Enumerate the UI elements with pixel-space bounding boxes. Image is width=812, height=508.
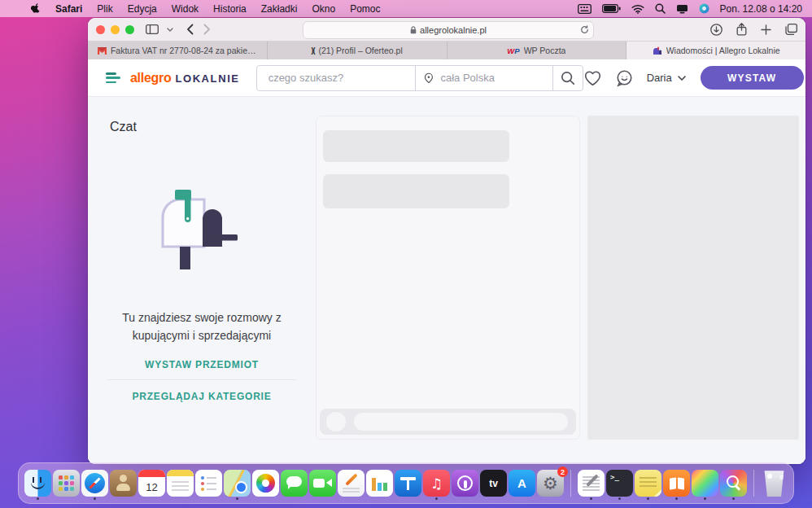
address-bar[interactable]: allegrolokalnie.pl — [303, 21, 594, 39]
dock-icon-calendar[interactable]: 12 — [138, 470, 165, 497]
dock-icon-books[interactable] — [663, 470, 690, 497]
tv-icon: tv — [480, 470, 507, 497]
dock-icon-music[interactable] — [423, 470, 450, 497]
dock-icon-stickies[interactable] — [635, 470, 661, 497]
dock-icon-facetime[interactable] — [309, 470, 336, 497]
menu-safari[interactable]: Safari — [55, 3, 82, 15]
menu-edycja[interactable]: Edycja — [128, 3, 157, 15]
dock-icon-notes[interactable] — [167, 470, 194, 497]
apple-menu-icon[interactable] — [31, 3, 41, 15]
gmail-icon — [98, 47, 107, 55]
close-window-button[interactable] — [96, 25, 105, 34]
heart-icon — [583, 69, 602, 86]
battery-icon[interactable] — [602, 4, 621, 13]
dock-icon-reminders[interactable] — [195, 470, 222, 497]
chat-empty-panel: Czat Tu znajdziesz swoje rozmowy z kupuj… — [88, 97, 316, 464]
browse-categories-link[interactable]: PRZEGLĄDAJ KATEGORIE — [88, 391, 316, 402]
user-menu[interactable]: Daria — [647, 72, 686, 84]
contacts-icon — [110, 470, 137, 497]
hamburger-menu-icon[interactable] — [106, 72, 120, 83]
tab-wp-poczta[interactable]: WP WP Poczta — [447, 42, 627, 59]
dock-icon-keynote[interactable] — [395, 470, 421, 497]
list-item-link[interactable]: WYSTAW PRZEDMIOT — [88, 359, 316, 370]
menu-okno[interactable]: Okno — [312, 3, 335, 15]
wifi-icon[interactable] — [631, 4, 644, 14]
dock-icon-finder[interactable] — [24, 470, 51, 497]
dock-icon-textedit[interactable] — [578, 470, 605, 497]
message-input-skeleton — [320, 409, 576, 435]
menu-pomoc[interactable]: Pomoc — [350, 3, 380, 15]
site-logo[interactable]: allegro LOKALNIE — [130, 71, 240, 85]
dock-icon-safari[interactable] — [81, 470, 108, 497]
dock-icon-colorsync[interactable] — [692, 470, 718, 497]
oferteo-icon: )( — [311, 46, 314, 55]
wp-icon: WP — [507, 46, 519, 55]
location-input[interactable] — [439, 71, 544, 85]
avatar-skeleton — [326, 412, 346, 431]
dock-icon-tv[interactable]: tv — [480, 470, 507, 497]
zoom-window-button[interactable] — [125, 25, 134, 34]
skeleton-block — [323, 174, 509, 208]
dock: 12 tv A 2 — [18, 462, 794, 504]
dock-icon-numbers[interactable] — [366, 470, 393, 497]
reload-icon[interactable] — [580, 25, 589, 34]
page-title: Czat — [110, 120, 137, 134]
menu-zakladki[interactable]: Zakładki — [261, 3, 298, 15]
dock-divider — [570, 470, 571, 497]
dock-icon-photos[interactable] — [252, 470, 279, 497]
tab-bar: Faktura VAT nr 2770-08-24 za pakiet 50,0… — [88, 42, 805, 60]
user-name: Daria — [647, 72, 672, 84]
menu-widok[interactable]: Widok — [172, 3, 199, 15]
chat-page: Czat Tu znajdziesz swoje rozmowy z kupuj… — [88, 97, 805, 464]
search-input[interactable] — [257, 66, 415, 90]
notification-badge: 2 — [557, 466, 568, 477]
dock-icon-maps[interactable] — [224, 470, 251, 497]
menu-bar-clock[interactable]: Pon. 12.08 o 14:20 — [720, 3, 802, 15]
spotlight-icon[interactable] — [655, 3, 666, 14]
forward-button[interactable] — [203, 24, 211, 35]
sidebar-icon[interactable] — [146, 24, 159, 34]
control-circle-icon[interactable] — [699, 3, 709, 14]
dock-icon-pages[interactable] — [338, 470, 365, 497]
publish-item-button[interactable]: WYSTAW — [701, 66, 804, 90]
location-field[interactable] — [415, 66, 552, 90]
pages-icon — [338, 470, 365, 497]
back-button[interactable] — [186, 24, 194, 35]
dock-icon-podcasts[interactable] — [452, 470, 478, 497]
dock-icon-terminal[interactable] — [606, 470, 633, 497]
dock-icon-system-settings[interactable]: 2 — [537, 470, 564, 497]
downloads-icon[interactable] — [710, 24, 723, 36]
sidebar-chevron-icon[interactable] — [167, 28, 173, 32]
display-icon[interactable] — [676, 4, 688, 14]
photos-icon — [252, 470, 279, 497]
tab-allegro-lokalnie-messages[interactable]: Wiadomości | Allegro Lokalnie — [626, 42, 805, 59]
dock-icon-app-store[interactable]: A — [509, 470, 535, 497]
minimize-window-button[interactable] — [111, 25, 120, 34]
tab-gmail-invoice[interactable]: Faktura VAT nr 2770-08-24 za pakiet 50,0… — [88, 42, 268, 59]
favorites-button[interactable] — [583, 69, 602, 86]
keyboard-icon[interactable] — [578, 4, 592, 14]
tab-overview-icon[interactable] — [785, 24, 797, 35]
new-tab-icon[interactable] — [761, 24, 771, 35]
terminal-icon — [606, 470, 633, 497]
search-button[interactable] — [552, 66, 583, 90]
dock-icon-messages[interactable] — [281, 470, 308, 497]
tab-title: Faktura VAT nr 2770-08-24 za pakiet 50,0… — [111, 46, 257, 55]
allegro-lokalnie-icon — [653, 46, 662, 55]
menu-plik[interactable]: Plik — [97, 3, 112, 15]
menu-historia[interactable]: Historia — [213, 3, 247, 15]
browser-toolbar: allegrolokalnie.pl — [88, 18, 805, 42]
podcasts-icon — [452, 470, 478, 497]
dock-icon-contacts[interactable] — [110, 470, 137, 497]
maps-icon — [224, 470, 251, 497]
share-icon[interactable] — [736, 23, 747, 36]
dock-icon-launchpad[interactable] — [53, 470, 80, 497]
tv-label: tv — [480, 470, 507, 497]
dock-icon-digital-color-meter[interactable] — [720, 470, 747, 497]
search-icon — [561, 71, 575, 85]
dock-icon-trash[interactable] — [761, 470, 788, 497]
numbers-icon — [366, 470, 393, 497]
tab-oferteo-profile[interactable]: )( (21) Profil – Oferteo.pl — [268, 42, 447, 59]
divider — [107, 379, 296, 380]
messages-button[interactable] — [615, 69, 634, 87]
